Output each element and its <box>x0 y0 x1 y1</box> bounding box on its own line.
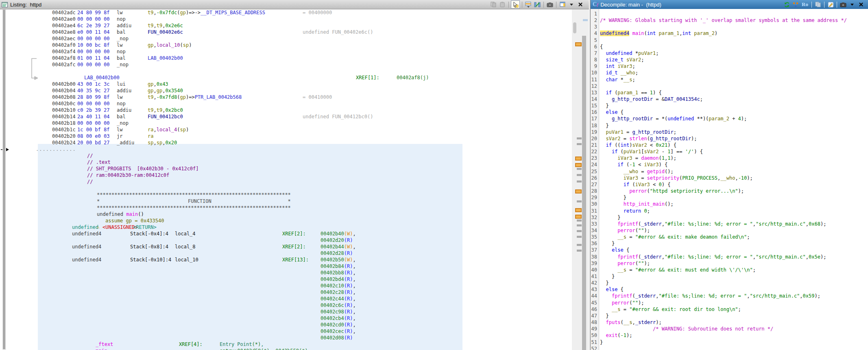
panel-options-button[interactable] <box>558 1 567 8</box>
decompile-line[interactable]: 43 else { <box>591 287 868 293</box>
listing-row[interactable]: 00402b2420 00 bd 27_addiusp,sp,0x20 <box>0 140 572 146</box>
decompile-line[interactable]: 38 fprintf(_stderr,"#file: %s;line: %d; … <box>591 254 868 261</box>
listing-view[interactable]: 00402adc24 80 99 8flwt9,-0x7fdc(gp)=>->_… <box>0 0 572 350</box>
listing-row[interactable]: 00402ae8e0 00 11 04balFUN_00402e6cundefi… <box>0 29 572 36</box>
listing-row[interactable]: 00402b1c1c 00 bf 8flwra,local_4(sp) <box>0 127 572 133</box>
listing-row[interactable]: undefined⚠<UNASSIGNED><RETURN> <box>0 224 572 231</box>
overview-bar[interactable] <box>582 36 586 350</box>
change-tick[interactable] <box>577 137 582 139</box>
highlight-marker[interactable] <box>575 163 582 167</box>
listing-row[interactable]: 00402af400 00 00 00nop <box>0 49 572 55</box>
decompile-line[interactable]: 14 g_http_rootDir = &DAT_0041354c; <box>591 96 868 103</box>
listing-row[interactable]: 00402ae46c 2e 39 27addiut9,t9,0x2e6c <box>0 23 572 29</box>
copy-button-decomp[interactable] <box>814 1 822 8</box>
listing-row[interactable]: 00402af801 00 11 04balLAB_00402b00 <box>0 55 572 62</box>
decompile-line[interactable]: 9 int iVar3; <box>591 63 868 70</box>
change-tick[interactable] <box>577 230 582 232</box>
decompile-line[interactable]: 22 if (puVar1[sVar2 - 1] == '/') { <box>591 149 868 156</box>
change-tick[interactable] <box>577 143 582 145</box>
listing-row[interactable]: 00402cd0(R), <box>0 322 572 328</box>
decompile-line[interactable]: 46 __s = "#error && exit: root dir too l… <box>591 307 868 313</box>
decompile-line[interactable]: 16 else { <box>591 109 868 116</box>
decompile-line[interactable]: 4undefined4 main(int param_1,int param_2… <box>591 30 868 37</box>
listing-titlebar[interactable]: Listing: httpd <box>0 0 589 9</box>
decompile-line[interactable]: 23 iVar3 = daemon(1,1); <box>591 155 868 162</box>
decompile-line[interactable]: 19 puVar1 = g_http_rootDir; <box>591 129 868 136</box>
re-decompile-button[interactable] <box>783 1 791 8</box>
edit-fields-button[interactable] <box>533 1 541 8</box>
decompile-line[interactable]: 35 __s = "#error && exit: make deamon fa… <box>591 234 868 241</box>
decompile-line[interactable]: 39 perror(""); <box>591 261 868 267</box>
decompile-line[interactable]: 36 } <box>591 241 868 248</box>
decompile-line[interactable]: 32 } <box>591 215 868 222</box>
listing-row[interactable]: 00402d28(R) <box>0 250 572 257</box>
decompile-line[interactable]: 18 } <box>591 123 868 130</box>
decompile-line[interactable]: 48 fputs(__s,_stderr); <box>591 320 868 326</box>
listing-row[interactable]: 00402b0440 35 9c 27addiugp,gp,0x3540 <box>0 88 572 94</box>
listing-row[interactable]: 00402d08(R) <box>0 335 572 341</box>
copy-button[interactable] <box>489 1 497 8</box>
decompile-line[interactable]: 33 fprintf(_stderr,"#file: %s;line: %d; … <box>591 221 868 228</box>
decompile-line[interactable]: 41 } <box>591 274 868 280</box>
listing-row[interactable]: mainentry:00402d58(*), 0042b558(*) <box>0 348 572 350</box>
bookmark-tick-blue[interactable] <box>583 19 588 21</box>
listing-row[interactable]: 00402b10c0 2b 39 27addiut9,t9,0x2bc0 <box>0 107 572 114</box>
decompile-line[interactable]: 34 perror(""); <box>591 228 868 235</box>
highlight-marker[interactable] <box>575 208 582 212</box>
highlight-marker[interactable] <box>575 215 582 219</box>
overview-marker-strip[interactable] <box>572 9 589 350</box>
listing-row[interactable]: 00402b1800 00 00 00_nop <box>0 120 572 127</box>
listing-row[interactable]: 00402cec(R), <box>0 328 572 335</box>
listing-row[interactable] <box>0 68 572 75</box>
decompile-line[interactable]: 11 char *__s; <box>591 77 868 84</box>
listing-row[interactable]: 00402aec00 00 00 00_nop <box>0 36 572 42</box>
dropdown-caret-button[interactable] <box>567 1 576 8</box>
listing-row[interactable]: // .text <box>0 159 572 166</box>
listing-row[interactable] <box>0 185 572 192</box>
decompile-line[interactable]: 26 iVar3 = setpriority(PRIO_PROCESS,__wh… <box>591 175 868 182</box>
listing-row[interactable]: undefined4Stack[-0x8]:4local_8XREF[2]:00… <box>0 244 572 250</box>
dropdown-caret-button-decomp[interactable] <box>848 1 856 8</box>
listing-row[interactable]: LAB_00402b00XREF[1]:00402af8(j) <box>0 75 572 81</box>
listing-row[interactable]: 00402c6c(R), <box>0 302 572 309</box>
change-tick[interactable] <box>577 174 582 176</box>
highlight-marker[interactable] <box>575 189 582 193</box>
listing-row[interactable]: ****************************************… <box>0 205 572 211</box>
graph-button[interactable] <box>792 1 800 8</box>
listing-row[interactable]: 00402bd4(R), <box>0 276 572 283</box>
listing-row[interactable]: undefined4Stack[-0x4]:4local_4XREF[2]:00… <box>0 231 572 237</box>
decompile-line[interactable]: 5 <box>591 37 868 44</box>
decompile-line[interactable]: 3 <box>591 24 868 31</box>
listing-row[interactable]: _ftextXREF[4]:Entry Point(*), <box>0 341 572 348</box>
decompile-line[interactable]: 17 g_http_rootDir = *(undefined **)(para… <box>591 116 868 123</box>
decompiler-view[interactable]: 12/* WARNING: Globals starting with '_' … <box>591 9 868 350</box>
listing-row[interactable]: 00402afc00 00 00 00_nop <box>0 62 572 68</box>
listing-row[interactable]: 00402b84(R), <box>0 263 572 270</box>
listing-row[interactable]: 00402bb8(R), <box>0 270 572 276</box>
listing-row[interactable]: // <box>0 153 572 159</box>
listing-row[interactable]: 00402b0828 80 99 8flwt9,-0x7fd8(gp)=>PTR… <box>0 94 572 101</box>
decompile-line[interactable]: 52 <box>591 346 868 350</box>
decompile-line[interactable]: 2/* WARNING: Globals starting with '_' o… <box>591 17 868 24</box>
change-tick[interactable] <box>577 220 582 222</box>
decompile-line[interactable]: 20 sVar2 = strlen(g_http_rootDir); <box>591 136 868 143</box>
listing-row[interactable]: ****************************************… <box>0 192 572 198</box>
decompile-line[interactable]: 37 else { <box>591 247 868 254</box>
decompile-line[interactable]: 1 <box>591 11 868 18</box>
decompile-line[interactable]: 44 fprintf(_stderr,"#file: %s;line: %d; … <box>591 293 868 300</box>
listing-row[interactable]: undefined main() <box>0 211 572 218</box>
decompile-line[interactable]: 6{ <box>591 44 868 51</box>
listing-row[interactable]: // SHT_PROGBITS [0x402b30 - 0x412c0f] <box>0 166 572 172</box>
listing-row[interactable]: 00402c28(R), <box>0 289 572 296</box>
decompile-line[interactable]: 50 exit(-1); <box>591 333 868 339</box>
decompile-line[interactable]: 47 } <box>591 313 868 320</box>
decompile-line[interactable]: 10 id_t __who; <box>591 70 868 77</box>
decompile-line[interactable]: 40 __s = "#error && exit: must end width… <box>591 267 868 274</box>
listing-row[interactable]: 00402c44(R), <box>0 296 572 302</box>
change-tick[interactable] <box>577 200 582 202</box>
decompile-line[interactable]: 28 perror("httpd setpriority error...\n"… <box>591 188 868 195</box>
decompile-line[interactable]: 49 /* WARNING: Subroutine does not retur… <box>591 326 868 333</box>
listing-row[interactable]: ............ <box>0 146 572 153</box>
listing-row[interactable]: 00402b0c00 00 00 00nop <box>0 101 572 107</box>
change-tick[interactable] <box>577 224 582 226</box>
